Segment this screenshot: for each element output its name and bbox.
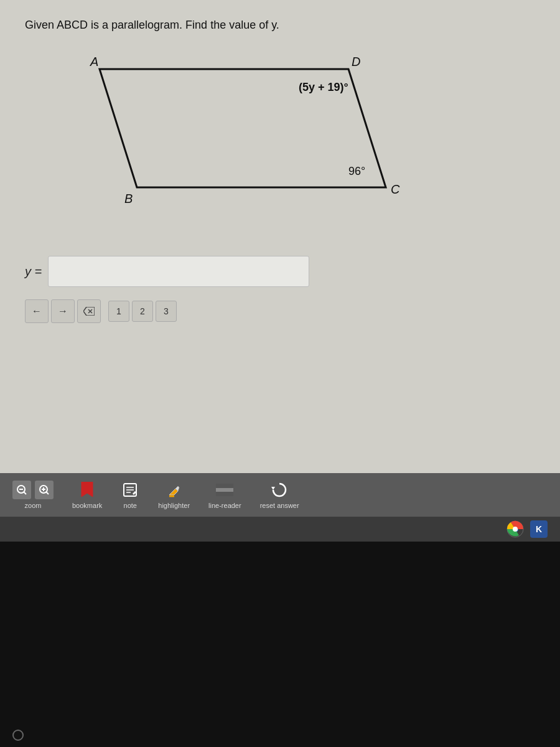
svg-point-22 xyxy=(513,527,518,532)
svg-marker-19 xyxy=(271,487,275,490)
reset-answer-icon xyxy=(270,481,289,499)
vertex-c-label: C xyxy=(391,182,400,196)
parallelogram-container: A D C B (5y + 19)° 96° xyxy=(62,50,423,225)
dark-bottom-area xyxy=(0,542,560,747)
bookmark-icon xyxy=(78,481,96,499)
svg-marker-0 xyxy=(83,307,95,316)
toolbar: zoom bookmark note xyxy=(0,473,560,517)
parallelogram-svg: A D C B (5y + 19)° 96° xyxy=(62,50,423,225)
note-label: note xyxy=(124,502,137,509)
svg-rect-18 xyxy=(216,492,233,496)
forward-button[interactable]: → xyxy=(51,299,75,323)
line-reader-tool[interactable]: line-reader xyxy=(208,481,241,509)
delete-button[interactable] xyxy=(77,299,101,323)
line-reader-label: line-reader xyxy=(208,502,241,509)
vertex-b-label: B xyxy=(124,192,133,205)
zoom-group xyxy=(12,481,54,499)
vertex-d-label: D xyxy=(352,55,360,68)
note-tool[interactable]: note xyxy=(121,481,139,509)
highlighter-label: highlighter xyxy=(158,502,190,509)
radio-button[interactable] xyxy=(12,730,24,741)
answer-input[interactable] xyxy=(48,256,309,287)
zoom-tool[interactable]: zoom xyxy=(12,481,54,509)
page-2-button[interactable]: 2 xyxy=(132,301,153,322)
k-badge: K xyxy=(530,520,548,538)
back-button[interactable]: ← xyxy=(25,299,49,323)
zoom-in-button[interactable] xyxy=(35,481,54,499)
reset-answer-label: reset answer xyxy=(260,502,299,509)
svg-line-9 xyxy=(47,492,49,495)
line-reader-icon xyxy=(215,481,234,499)
zoom-label: zoom xyxy=(25,502,42,509)
bookmark-label: bookmark xyxy=(72,502,102,509)
chrome-icon xyxy=(506,520,524,538)
angle-c-text: 96° xyxy=(348,165,365,177)
page-buttons: 1 2 3 xyxy=(108,301,177,322)
question-title: Given ABCD is a parallelogram. Find the … xyxy=(25,19,535,32)
highlighter-icon xyxy=(165,481,184,499)
page-3-button[interactable]: 3 xyxy=(156,301,177,322)
reset-answer-tool[interactable]: reset answer xyxy=(260,481,299,509)
svg-line-5 xyxy=(24,492,27,495)
answer-area: y = xyxy=(0,250,560,293)
vertex-a-label: A xyxy=(90,55,98,68)
page-1-button[interactable]: 1 xyxy=(108,301,129,322)
note-icon xyxy=(121,481,139,499)
main-content: Given ABCD is a parallelogram. Find the … xyxy=(0,0,560,473)
bottom-bar: K xyxy=(0,517,560,542)
bookmark-tool[interactable]: bookmark xyxy=(72,481,102,509)
nav-area: ← → 1 2 3 xyxy=(0,293,560,329)
svg-marker-10 xyxy=(82,482,93,497)
zoom-out-button[interactable] xyxy=(12,481,31,499)
svg-rect-17 xyxy=(216,488,233,492)
answer-label: y = xyxy=(25,265,42,279)
svg-rect-16 xyxy=(216,484,233,488)
highlighter-tool[interactable]: highlighter xyxy=(158,481,190,509)
angle-d-text: (5y + 19)° xyxy=(299,81,348,93)
question-area: Given ABCD is a parallelogram. Find the … xyxy=(0,0,560,250)
